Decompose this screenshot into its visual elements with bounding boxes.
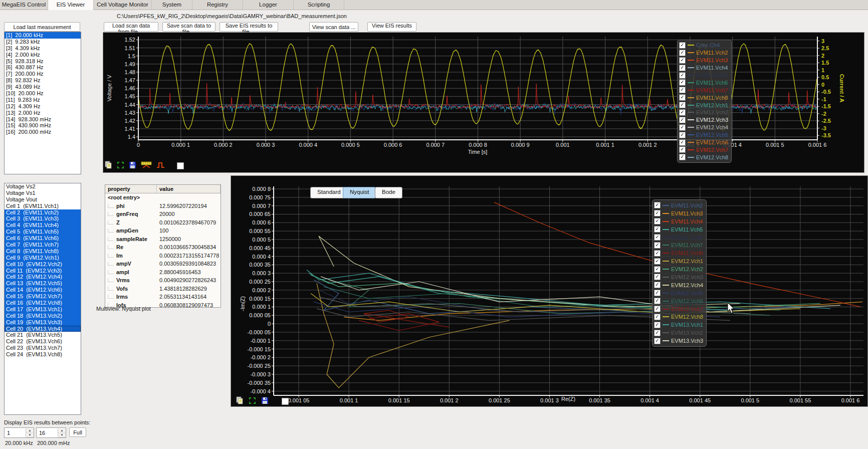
nyquist-legend-checkbox-evm13-vch1[interactable]: ✓ bbox=[654, 322, 661, 328]
scan-legend-checkbox-evm12-vch3[interactable]: ✓ bbox=[679, 117, 686, 123]
scan-legend-checkbox-evm12-vch4[interactable]: ✓ bbox=[679, 124, 686, 131]
property-row-samplerate[interactable]: sampleRate1250000 bbox=[105, 235, 221, 244]
tab-registry[interactable]: Registry bbox=[192, 0, 243, 10]
plot-tab-bode[interactable]: Bode bbox=[375, 187, 402, 198]
freq-item-12[interactable]: [12] 4.309 Hz bbox=[5, 103, 81, 110]
channel-list[interactable]: Voltage Vs2Voltage Vs1Voltage VoutCell 1… bbox=[4, 183, 81, 415]
scan-legend-checkbox-evm11-vch3[interactable]: ✓ bbox=[679, 57, 686, 64]
channel-item-13[interactable]: Cell 11 (EVM12.Vch3) bbox=[5, 268, 81, 274]
channel-item-21[interactable]: Cell 19 (EVM13.Vch3) bbox=[5, 319, 81, 326]
scan-legend-checkbox-evm12-vch1[interactable]: ✓ bbox=[679, 102, 686, 108]
tab-cell-voltage-monitor[interactable]: Cell Voltage Monitor bbox=[94, 0, 152, 10]
freq-item-5[interactable]: [5] 928.318 Hz bbox=[5, 58, 81, 65]
nyquist-legend-checkbox-evm11-vch7[interactable]: ✓ bbox=[654, 242, 661, 249]
scan-legend-checkbox-evm12-vch6[interactable]: ✓ bbox=[679, 139, 686, 146]
freq-item-3[interactable]: [3] 4.309 kHz bbox=[5, 45, 81, 52]
load-scan-data-button[interactable]: Load scan data from file ... bbox=[104, 22, 158, 32]
freq-item-9[interactable]: [9] 43.089 Hz bbox=[5, 84, 81, 90]
scan-legend-checkbox-evm12-vch2[interactable]: ✓ bbox=[679, 109, 686, 116]
freq-item-13[interactable]: [13] 2.000 Hz bbox=[5, 110, 81, 116]
property-row-im[interactable]: Im0.000231713155174778 bbox=[105, 252, 221, 260]
channel-item-16[interactable]: Cell 14 (EVM12.Vch6) bbox=[5, 287, 81, 293]
copy-icon[interactable] bbox=[236, 396, 244, 406]
nyquist-legend-checkbox-evm12-vch2[interactable]: ✓ bbox=[654, 266, 661, 273]
channel-item-19[interactable]: Cell 17 (EVM13.Vch1) bbox=[5, 306, 81, 313]
freq-item-2[interactable]: [2] 9.283 kHz bbox=[5, 39, 81, 45]
plot-tab-nyquist[interactable]: Nyquist bbox=[343, 187, 376, 198]
channel-item-0[interactable]: Voltage Vs2 bbox=[5, 183, 81, 190]
channel-item-2[interactable]: Voltage Vout bbox=[5, 196, 81, 203]
channel-item-10[interactable]: Cell 8 (EVM11.Vch8) bbox=[5, 248, 81, 255]
nyquist-legend-checkbox-evm11-vch3[interactable]: ✓ bbox=[654, 210, 661, 216]
tab-eis-viewer[interactable]: EIS Viewer bbox=[48, 0, 94, 10]
channel-item-7[interactable]: Cell 5 (EVM11.Vch5) bbox=[5, 229, 81, 235]
fit-view-icon[interactable] bbox=[117, 161, 124, 171]
range-to-spinner[interactable]: 16 ▲▼ bbox=[36, 427, 66, 438]
nyquist-legend-checkbox-evm13-vch3[interactable]: ✓ bbox=[654, 338, 661, 344]
nyquist-legend-checkbox-evm12-vch7[interactable]: ✓ bbox=[654, 306, 661, 312]
range-to-down-button[interactable]: ▼ bbox=[58, 433, 66, 437]
scan-legend-checkbox-evm11-vch6[interactable]: ✓ bbox=[679, 79, 686, 86]
nyquist-legend-checkbox-evm12-vch6[interactable]: ✓ bbox=[654, 298, 661, 304]
freq-item-14[interactable]: [14] 928.300 mHz bbox=[5, 116, 81, 123]
nyquist-legend-checkbox-evm11-vch5[interactable]: ✓ bbox=[654, 226, 661, 233]
property-row-vrms[interactable]: Vrms0.00490290272826243 bbox=[105, 276, 221, 285]
freq-item-11[interactable]: [11] 9.283 Hz bbox=[5, 97, 81, 103]
scan-legend-checkbox-evm11-vch4[interactable]: ✓ bbox=[679, 65, 686, 71]
range-to-up-button[interactable]: ▲ bbox=[58, 428, 66, 433]
scan-plot-canvas[interactable]: 00.000 10.000 20.000 30.000 40.000 50.00… bbox=[103, 33, 863, 171]
scan-legend-checkbox-evm12-vch5[interactable]: ✓ bbox=[679, 132, 686, 138]
load-last-measurement-button[interactable]: Load last measurement bbox=[4, 22, 80, 32]
range-from-spinner[interactable]: 1 ▲▼ bbox=[4, 427, 34, 438]
channel-item-14[interactable]: Cell 12 (EVM12.Vch4) bbox=[5, 274, 81, 280]
tab-scripting[interactable]: Scripting bbox=[294, 0, 344, 10]
property-row-ampi[interactable]: ampI2.880045916453 bbox=[105, 268, 221, 277]
freq-item-10[interactable]: [10] 20.000 Hz bbox=[5, 90, 81, 97]
scan-legend-checkbox-evm11-vch7[interactable]: ✓ bbox=[679, 87, 686, 93]
plot-tab-standard[interactable]: Standard bbox=[310, 187, 348, 198]
channel-item-4[interactable]: Cell 2 (EVM11.Vch2) bbox=[5, 209, 81, 216]
freq-item-8[interactable]: [8] 92.832 Hz bbox=[5, 77, 81, 84]
property-row-z[interactable]: Z0.00106223789467079 bbox=[105, 218, 221, 227]
full-range-button[interactable]: Full bbox=[69, 427, 86, 437]
nyquist-legend-checkbox-evm11-vch8[interactable]: ✓ bbox=[654, 250, 661, 257]
nyquist-legend-checkbox-evm12-vch4[interactable]: ✓ bbox=[654, 282, 661, 288]
view-scan-data-button[interactable]: View scan data ... bbox=[309, 22, 358, 32]
tab-logger[interactable]: Logger bbox=[243, 0, 294, 10]
nyquist-overlay-checkbox[interactable] bbox=[282, 398, 289, 405]
scan-legend-checkbox-evm11-vch8[interactable]: ✓ bbox=[679, 94, 686, 101]
channel-item-25[interactable]: Cell 23 (EVM13.Vch7) bbox=[5, 345, 81, 351]
freq-item-15[interactable]: [15] 430.900 mHz bbox=[5, 122, 81, 129]
property-table[interactable]: propertyvalue<root entry>phi12.599620722… bbox=[105, 185, 221, 308]
nyquist-legend-checkbox-evm13-vch2[interactable]: ✓ bbox=[654, 330, 661, 336]
frequency-list[interactable]: [1] 20.000 kHz[2] 9.283 kHz[3] 4.309 kHz… bbox=[4, 32, 81, 174]
nyquist-legend-checkbox-evm11-vch6[interactable]: ✓ bbox=[654, 234, 661, 241]
tab-system[interactable]: System bbox=[152, 0, 192, 10]
fit-view-icon[interactable] bbox=[249, 397, 256, 406]
channel-item-15[interactable]: Cell 13 (EVM12.Vch5) bbox=[5, 280, 81, 287]
save-image-icon[interactable] bbox=[261, 397, 269, 406]
nyquist-legend-checkbox-evm12-vch8[interactable]: ✓ bbox=[654, 314, 661, 320]
channel-item-22[interactable]: Cell 20 (EVM13.Vch4) bbox=[5, 326, 81, 332]
property-row-genfreq[interactable]: genFreq20000 bbox=[105, 210, 221, 218]
scan-legend-checkbox-core-ch4[interactable]: ✓ bbox=[679, 42, 686, 49]
save-scan-data-button[interactable]: Save scan data to file ... bbox=[162, 22, 215, 32]
channel-item-17[interactable]: Cell 15 (EVM12.Vch7) bbox=[5, 293, 81, 300]
channel-item-24[interactable]: Cell 22 (EVM13.Vch6) bbox=[5, 338, 81, 345]
property-row-re[interactable]: Re0.00103665730045834 bbox=[105, 243, 221, 252]
property-row-irms[interactable]: Irms2.05531134143164 bbox=[105, 293, 221, 301]
tab-megaeis-control[interactable]: MegaEIS Control bbox=[0, 0, 48, 10]
property-row-ampgen[interactable]: ampGen100 bbox=[105, 227, 221, 235]
range-from-up-button[interactable]: ▲ bbox=[26, 428, 34, 433]
freq-item-4[interactable]: [4] 2.000 kHz bbox=[5, 52, 81, 58]
channel-item-6[interactable]: Cell 4 (EVM11.Vch4) bbox=[5, 222, 81, 229]
axis-scale-icon[interactable] bbox=[141, 161, 152, 171]
freq-item-16[interactable]: [16] 200.000 mHz bbox=[5, 129, 81, 135]
channel-item-26[interactable]: Cell 24 (EVM13.Vch8) bbox=[5, 351, 81, 358]
channel-item-1[interactable]: Voltage Vs1 bbox=[5, 190, 81, 196]
channel-item-18[interactable]: Cell 16 (EVM12.Vch8) bbox=[5, 300, 81, 306]
nyquist-legend-checkbox-evm11-vch4[interactable]: ✓ bbox=[654, 218, 661, 224]
channel-item-8[interactable]: Cell 6 (EVM11.Vch6) bbox=[5, 235, 81, 242]
scan-legend-checkbox-evm12-vch8[interactable]: ✓ bbox=[679, 154, 686, 160]
property-row-phi[interactable]: phi12.5996207220194 bbox=[105, 202, 221, 210]
